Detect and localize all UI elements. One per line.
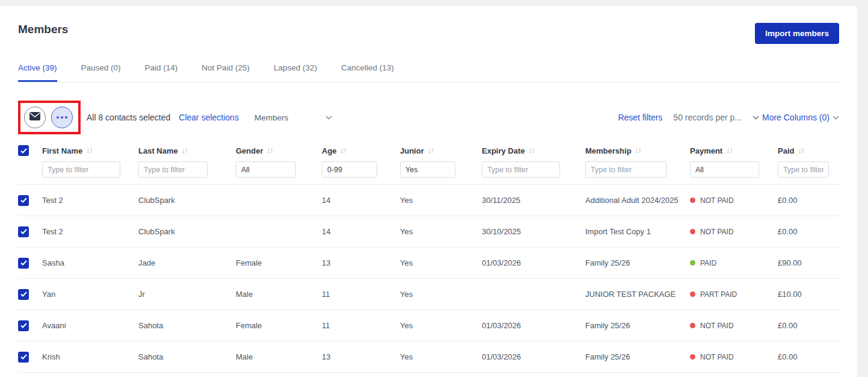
first-name-cell: Test 2 bbox=[42, 196, 138, 205]
page-title: Members bbox=[18, 23, 68, 36]
tab-lapsed[interactable]: Lapsed (32) bbox=[274, 63, 317, 82]
gender-cell: Female bbox=[236, 321, 322, 330]
reset-filters-link[interactable]: Reset filters bbox=[618, 113, 662, 122]
sort-icons[interactable]: ↓↑ bbox=[635, 146, 641, 155]
more-columns-label: More Columns (0) bbox=[762, 113, 830, 122]
sort-icons[interactable]: ↓↑ bbox=[428, 146, 434, 155]
expiry-date-cell: 01/03/2026 bbox=[482, 352, 585, 361]
payment-status-cell: NOT PAID bbox=[690, 196, 778, 205]
table-row[interactable]: Krish Sahota Male 13 Yes 01/03/2026 Fami… bbox=[18, 341, 839, 372]
tab-active[interactable]: Active (39) bbox=[18, 63, 57, 82]
first-name-cell: Test 2 bbox=[42, 227, 138, 236]
payment-status-cell: NOT PAID bbox=[690, 353, 778, 361]
table-row[interactable]: Avaani Sahota Female 11 Yes 01/03/2026 F… bbox=[18, 310, 839, 341]
table-row[interactable]: Test 2 ClubSpark 14 Yes 30/11/2025 Addit… bbox=[18, 184, 839, 216]
members-type-dropdown[interactable]: Members bbox=[254, 113, 332, 122]
row-checkbox[interactable] bbox=[18, 289, 29, 300]
row-checkbox[interactable] bbox=[18, 320, 29, 331]
payment-status-cell: NOT PAID bbox=[690, 228, 778, 236]
paid-amount-cell: £90.00 bbox=[778, 258, 839, 267]
expiry-date-cell: 01/03/2026 bbox=[482, 321, 585, 330]
tab-paused[interactable]: Paused (0) bbox=[81, 63, 121, 82]
first-name-filter-input[interactable] bbox=[42, 161, 120, 178]
payment-status-dot-icon bbox=[690, 198, 695, 203]
ellipsis-icon bbox=[57, 116, 67, 119]
expiry-date-cell: 01/03/2026 bbox=[482, 258, 585, 267]
row-checkbox[interactable] bbox=[18, 258, 29, 269]
paid-amount-cell: £0.00 bbox=[778, 196, 839, 205]
table-row[interactable]: Sasha Jade Female 13 Yes 01/03/2026 Fami… bbox=[18, 247, 839, 278]
paid-amount-cell: £0.00 bbox=[778, 321, 839, 330]
table-row[interactable]: Yan Jr Male 11 Yes JUNIOR TEST PACKAGE P… bbox=[18, 278, 839, 310]
tab-cancelled[interactable]: Cancelled (13) bbox=[341, 63, 394, 82]
junior-cell: Yes bbox=[400, 290, 482, 299]
paid-amount-cell: £10.00 bbox=[778, 290, 839, 299]
table-row[interactable]: Test 2 ClubSpark 14 Yes 30/10/2025 Impor… bbox=[18, 216, 839, 247]
selection-count-text: All 8 contacts selected bbox=[87, 113, 170, 122]
junior-filter-select[interactable]: Yes· bbox=[400, 161, 455, 178]
sort-icons[interactable]: ↓↑ bbox=[86, 146, 92, 155]
status-tabs: Active (39) Paused (0) Paid (14) Not Pai… bbox=[18, 63, 839, 83]
select-caret-icon: · bbox=[448, 166, 450, 173]
payment-status-cell: PART PAID bbox=[690, 290, 778, 299]
sort-icons[interactable]: ↓↑ bbox=[340, 146, 346, 155]
membership-cell: Import Test Copy 1 bbox=[585, 227, 690, 236]
last-name-filter-input[interactable] bbox=[138, 161, 208, 178]
paid-amount-cell: £0.00 bbox=[778, 227, 839, 236]
clear-selections-link[interactable]: Clear selections bbox=[179, 113, 239, 122]
membership-cell: Additional Adult 2024/2025 bbox=[585, 196, 690, 205]
membership-filter-input[interactable] bbox=[585, 161, 666, 178]
last-name-cell: Sahota bbox=[138, 352, 236, 361]
payment-status-dot-icon bbox=[690, 260, 695, 266]
row-checkbox[interactable] bbox=[18, 195, 29, 206]
expiry-date-cell: 30/10/2025 bbox=[482, 227, 585, 236]
email-members-button[interactable] bbox=[24, 107, 46, 128]
row-checkbox[interactable] bbox=[18, 226, 29, 237]
gender-cell: Male bbox=[236, 290, 322, 299]
junior-cell: Yes bbox=[400, 352, 482, 361]
column-header-expiry-date: Expiry Date↓↑ bbox=[482, 146, 585, 155]
junior-cell: Yes bbox=[400, 227, 482, 236]
gender-cell: Male bbox=[236, 352, 322, 361]
tab-not-paid[interactable]: Not Paid (25) bbox=[202, 63, 250, 82]
column-header-membership: Membership↓↑ bbox=[585, 146, 690, 155]
more-columns-dropdown[interactable]: More Columns (0) bbox=[753, 113, 839, 122]
records-per-page-dropdown[interactable]: 50 records per p... bbox=[673, 113, 742, 122]
column-header-junior: Junior↓↑ bbox=[400, 146, 482, 155]
first-name-cell: Sasha bbox=[42, 258, 138, 267]
import-members-button[interactable]: Import members bbox=[755, 23, 839, 44]
age-cell: 11 bbox=[322, 321, 400, 330]
payment-status-dot-icon bbox=[690, 354, 695, 360]
select-all-checkbox[interactable] bbox=[18, 145, 29, 156]
first-name-cell: Yan bbox=[42, 290, 138, 299]
more-actions-button[interactable] bbox=[51, 107, 73, 128]
payment-filter-select[interactable]: All· bbox=[690, 161, 759, 178]
age-cell: 14 bbox=[322, 196, 400, 205]
membership-cell: Family 25/26 bbox=[585, 321, 690, 330]
sort-icons[interactable]: ↓↑ bbox=[798, 146, 804, 155]
column-header-paid: Paid↓↑ bbox=[778, 146, 839, 155]
payment-status-dot-icon bbox=[690, 323, 695, 328]
column-header-gender: Gender↓↑ bbox=[236, 146, 322, 155]
first-name-cell: Avaani bbox=[42, 321, 138, 330]
sort-icons[interactable]: ↓↑ bbox=[182, 146, 188, 155]
sort-icons[interactable]: ↓↑ bbox=[726, 146, 732, 155]
expiry-date-filter-input[interactable] bbox=[482, 161, 560, 178]
age-filter-input[interactable] bbox=[322, 161, 377, 178]
paid-filter-input[interactable] bbox=[778, 161, 829, 178]
last-name-cell: Jade bbox=[138, 258, 236, 267]
sort-icons[interactable]: ↓↑ bbox=[529, 146, 535, 155]
members-dropdown-value: Members bbox=[254, 113, 288, 122]
row-checkbox[interactable] bbox=[18, 352, 29, 363]
gender-filter-select[interactable]: All· bbox=[236, 161, 296, 178]
age-cell: 13 bbox=[322, 352, 400, 361]
junior-cell: Yes bbox=[400, 258, 482, 267]
tab-paid[interactable]: Paid (14) bbox=[145, 63, 178, 82]
sort-icons[interactable]: ↓↑ bbox=[267, 146, 273, 155]
gender-cell: Female bbox=[236, 258, 322, 267]
last-name-cell: ClubSpark bbox=[138, 196, 236, 205]
envelope-icon bbox=[29, 112, 40, 123]
junior-cell: Yes bbox=[400, 196, 482, 205]
chevron-down-icon bbox=[833, 116, 839, 120]
column-header-age: Age↓↑ bbox=[322, 146, 400, 155]
